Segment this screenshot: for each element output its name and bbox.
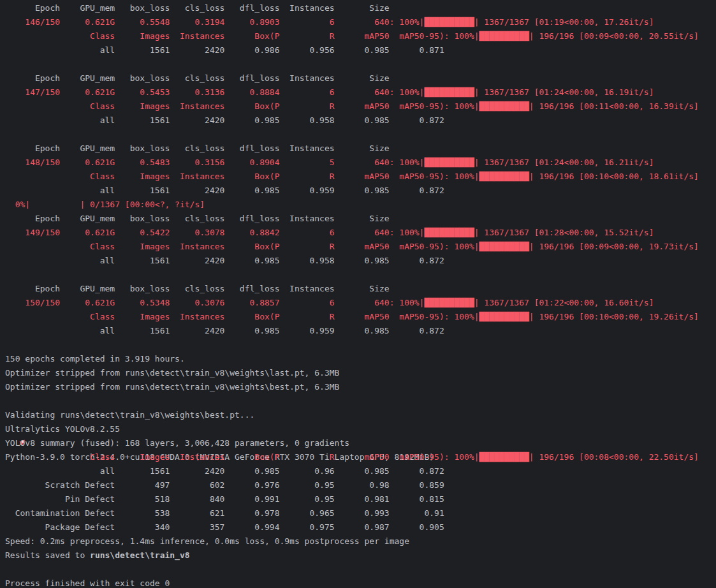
val-metrics-header: Class Images Instances Box(P R mAP50 mAP…	[5, 29, 716, 43]
console-text-segment: Validating runs\detect\train_v8\weights\…	[5, 410, 254, 420]
console-text-segment: Package Defect 340 357 0.994 0.975 0.987…	[5, 522, 444, 532]
val-metrics-row-all: all 1561 2420 0.985 0.959 0.985 0.872	[5, 324, 716, 338]
epoch-table-header: Epoch GPU_mem box_loss cls_loss dfl_loss…	[5, 282, 716, 296]
console-text-segment: Class Images Instances Box(P R mAP50 mAP…	[5, 312, 699, 321]
epoch-progress-row: 146/150 0.621G 0.5548 0.3194 0.8903 6 64…	[5, 15, 716, 29]
console-text-segment: all 1561 2420 0.985 0.958 0.985 0.872	[5, 115, 444, 125]
console-text-segment: Scratch Defect 497 602 0.976 0.95 0.98 0…	[5, 480, 444, 490]
epoch-table-header: Epoch GPU_mem box_loss cls_loss dfl_loss…	[5, 212, 716, 226]
epoch-progress-row: 150/150 0.621G 0.5348 0.3076 0.8857 6 64…	[5, 296, 716, 310]
console-text-segment: all 1561 2420 0.986 0.956 0.985 0.871	[5, 45, 444, 55]
console-text-segment: Epoch GPU_mem box_loss cls_loss dfl_loss…	[5, 284, 390, 293]
console-text-segment: 150/150 0.621G 0.5348 0.3076 0.8857 6 64…	[5, 298, 654, 307]
epoch-progress-row: 149/150 0.621G 0.5422 0.3078 0.8842 6 64…	[5, 226, 716, 240]
console-text-segment: 0%| | 0/1367 [00:00<?, ?it/s]	[5, 200, 205, 209]
epochs-completed-line: 150 epochs completed in 3.919 hours.	[5, 352, 716, 366]
val-metrics-row-all: all 1561 2420 0.986 0.956 0.985 0.871	[5, 43, 716, 57]
console-text-segment: Contamination Defect 538 621 0.978 0.965…	[5, 508, 444, 518]
optimizer-stripped-line: Optimizer stripped from runs\detect\trai…	[5, 366, 716, 380]
val-metrics-header: Class Images Instances Box(P R mAP50 mAP…	[5, 99, 716, 114]
validating-line: Validating runs\detect\train_v8\weights\…	[5, 408, 716, 422]
results-saved-line: Results saved to runs\detect\train_v8	[5, 548, 716, 562]
val-metrics-header: Class Images Instances Box(P R mAP50 mAP…	[5, 170, 716, 184]
epoch-table-header: Epoch GPU_mem box_loss cls_loss dfl_loss…	[5, 71, 716, 85]
val-metrics-header: Class Images Instances Box(P R mAP50 mAP…	[5, 240, 716, 254]
final-val-row-all: all 1561 2420 0.985 0.96 0.985 0.872	[5, 464, 716, 478]
final-val-row-scratch-defect: Scratch Defect 497 602 0.976 0.95 0.98 0…	[5, 478, 716, 492]
console-output[interactable]: Epoch GPU_mem box_loss cls_loss dfl_loss…	[0, 0, 716, 588]
exit-code-line: Process finished with exit code 0	[5, 577, 716, 588]
console-text-segment: 148/150 0.621G 0.5483 0.3156 0.8904 5 64…	[5, 158, 654, 167]
console-text-segment: Speed: 0.2ms preprocess, 1.4ms inference…	[5, 536, 409, 546]
console-text-segment: all 1561 2420 0.985 0.96 0.985 0.872	[5, 466, 444, 476]
final-val-row-pin-defect: Pin Defect 518 840 0.991 0.95 0.981 0.81…	[5, 492, 716, 506]
console-text-segment: 149/150 0.621G 0.5422 0.3078 0.8842 6 64…	[5, 228, 654, 237]
final-val-row-package-defect: Package Defect 340 357 0.994 0.975 0.987…	[5, 520, 716, 534]
blank-line	[5, 394, 716, 408]
console-text-segment: runs\detect\train_v8	[90, 550, 190, 560]
console-text-segment: 147/150 0.621G 0.5453 0.3136 0.8884 6 64…	[5, 87, 654, 97]
speed-line: Speed: 0.2ms preprocess, 1.4ms inference…	[5, 534, 716, 548]
val-metrics-header: Class Images Instances Box(P R mAP50 mAP…	[5, 310, 716, 324]
console-text-segment: Epoch GPU_mem box_loss cls_loss dfl_loss…	[5, 143, 390, 153]
blank-line	[5, 338, 716, 352]
blank-line	[5, 128, 716, 142]
console-text-segment: 146/150 0.621G 0.5548 0.3194 0.8903 6 64…	[5, 17, 654, 27]
epoch-table-header: Epoch GPU_mem box_loss cls_loss dfl_loss…	[5, 1, 716, 15]
console-text-segment: Class Images Instances Box(P R mAP50 mAP…	[5, 172, 699, 181]
epoch-progress-row: 147/150 0.621G 0.5453 0.3136 0.8884 6 64…	[5, 85, 716, 99]
console-text-segment: Epoch GPU_mem box_loss cls_loss dfl_loss…	[5, 3, 390, 13]
console-text-segment: YOLOv8 summary (fused): 168 layers, 3,00…	[5, 438, 349, 448]
console-text-segment: all 1561 2420 0.985 0.958 0.985 0.872	[5, 256, 444, 265]
console-text-segment: Process finished with exit code 0	[5, 578, 170, 588]
console-text-segment: all 1561 2420 0.985 0.959 0.985 0.872	[5, 326, 444, 335]
val-metrics-row-all: all 1561 2420 0.985 0.958 0.985 0.872	[5, 254, 716, 268]
epoch-progress-row: 148/150 0.621G 0.5483 0.3156 0.8904 5 64…	[5, 156, 716, 170]
console-text-segment: Class Images Instances Box(P R mAP50 mAP…	[5, 31, 699, 41]
console-text-segment: 150 epochs completed in 3.919 hours.	[5, 354, 185, 364]
console-text-segment: all 1561 2420 0.985 0.959 0.985 0.872	[5, 186, 444, 195]
blank-line	[5, 562, 716, 577]
console-text-segment: Epoch GPU_mem box_loss cls_loss dfl_loss…	[5, 214, 390, 223]
epoch-table-header: Epoch GPU_mem box_loss cls_loss dfl_loss…	[5, 142, 716, 156]
final-val-row-contamination-defect: Contamination Defect 538 621 0.978 0.965…	[5, 506, 716, 520]
console-text-segment: Class Images Instances Box(P R mAP50 mAP…	[5, 452, 699, 462]
ultralytics-version-line: Ultralytics YOLOv8.2.55 Python-3.9.0 tor…	[5, 422, 716, 436]
console-text-segment: Epoch GPU_mem box_loss cls_loss dfl_loss…	[5, 73, 390, 83]
val-metrics-row-all: all 1561 2420 0.985 0.959 0.985 0.872	[5, 184, 716, 198]
final-val-header: Class Images Instances Box(P R mAP50 mAP…	[5, 450, 716, 464]
console-text-segment: Pin Defect 518 840 0.991 0.95 0.981 0.81…	[5, 494, 444, 504]
console-text-segment: Optimizer stripped from runs\detect\trai…	[5, 368, 339, 378]
optimizer-stripped-line: Optimizer stripped from runs\detect\trai…	[5, 380, 716, 394]
console-text-segment: Optimizer stripped from runs\detect\trai…	[5, 382, 339, 392]
blank-line	[5, 268, 716, 282]
stray-progress-line: 0%| | 0/1367 [00:00<?, ?it/s]	[5, 198, 716, 212]
console-text-segment: Results saved to	[5, 550, 90, 560]
console-text-segment: Ultralytics YOLOv8.2.55	[5, 424, 120, 434]
blank-line	[5, 57, 716, 71]
model-summary-line: YOLOv8 summary (fused): 168 layers, 3,00…	[5, 436, 716, 450]
console-text-segment: Class Images Instances Box(P R mAP50 mAP…	[5, 242, 699, 251]
console-text-segment: Class Images Instances Box(P R mAP50 mAP…	[5, 101, 699, 111]
val-metrics-row-all: all 1561 2420 0.985 0.958 0.985 0.872	[5, 114, 716, 128]
